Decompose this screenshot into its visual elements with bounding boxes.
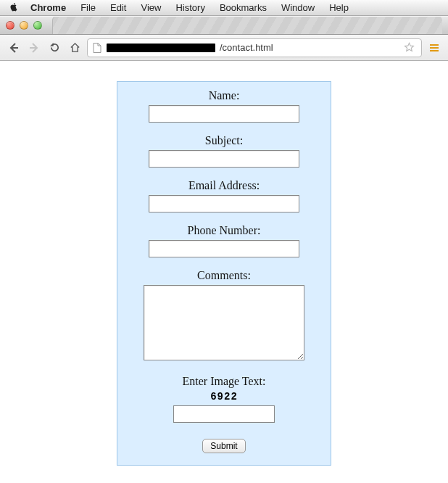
- home-icon: [70, 42, 80, 53]
- name-row: Name:: [126, 89, 322, 123]
- reload-button[interactable]: [46, 40, 62, 56]
- menu-help[interactable]: Help: [322, 2, 356, 13]
- name-label: Name:: [126, 89, 322, 102]
- subject-row: Subject:: [126, 134, 322, 168]
- name-input[interactable]: [149, 105, 299, 123]
- subject-input[interactable]: [149, 150, 299, 168]
- menubar-app-name[interactable]: Chrome: [23, 2, 73, 13]
- email-label: Email Address:: [126, 179, 322, 192]
- arrow-right-icon: [28, 42, 40, 54]
- url-path: /contact.html: [220, 42, 273, 53]
- email-input[interactable]: [149, 195, 299, 212]
- comments-label: Comments:: [126, 269, 322, 282]
- window-zoom-button[interactable]: [33, 21, 42, 30]
- comments-row: Comments:: [126, 269, 322, 363]
- captcha-label: Enter Image Text:: [126, 375, 322, 388]
- browser-window: /contact.html Name: Subject: Email Addre…: [0, 16, 448, 466]
- menu-bookmarks[interactable]: Bookmarks: [212, 2, 274, 13]
- bookmark-star-button[interactable]: [401, 40, 417, 56]
- forward-button[interactable]: [26, 40, 42, 56]
- page-content: Name: Subject: Email Address: Phone Numb…: [0, 61, 448, 466]
- chrome-menu-button[interactable]: [426, 40, 442, 56]
- address-bar[interactable]: /contact.html: [87, 38, 422, 57]
- browser-toolbar: /contact.html: [0, 35, 448, 61]
- back-button[interactable]: [6, 40, 22, 56]
- home-button[interactable]: [67, 40, 83, 56]
- window-titlebar: [0, 16, 448, 35]
- window-close-button[interactable]: [6, 21, 14, 30]
- arrow-left-icon: [8, 42, 20, 54]
- reload-icon: [49, 42, 60, 53]
- star-icon: [404, 42, 415, 53]
- apple-menu-icon[interactable]: [7, 3, 23, 13]
- phone-row: Phone Number:: [126, 224, 322, 257]
- phone-input[interactable]: [149, 240, 299, 257]
- window-controls: [6, 21, 42, 30]
- comments-textarea[interactable]: [144, 285, 304, 360]
- subject-label: Subject:: [126, 134, 322, 147]
- menu-file[interactable]: File: [73, 2, 103, 13]
- menu-edit[interactable]: Edit: [103, 2, 133, 13]
- mac-menubar: Chrome File Edit View History Bookmarks …: [0, 0, 448, 16]
- url-redacted-segment: [107, 44, 215, 52]
- phone-label: Phone Number:: [126, 224, 322, 237]
- tab-strip[interactable]: [52, 16, 442, 35]
- menu-window[interactable]: Window: [274, 2, 322, 13]
- menu-view[interactable]: View: [133, 2, 168, 13]
- menu-icon: [429, 43, 439, 53]
- captcha-row: Enter Image Text: 6922: [126, 375, 322, 423]
- captcha-challenge: 6922: [126, 391, 322, 402]
- page-icon: [92, 43, 102, 53]
- window-minimize-button[interactable]: [20, 21, 28, 30]
- menu-history[interactable]: History: [168, 2, 212, 13]
- contact-form-panel: Name: Subject: Email Address: Phone Numb…: [117, 81, 331, 466]
- captcha-input[interactable]: [173, 405, 275, 423]
- submit-button[interactable]: Submit: [202, 439, 245, 453]
- email-row: Email Address:: [126, 179, 322, 212]
